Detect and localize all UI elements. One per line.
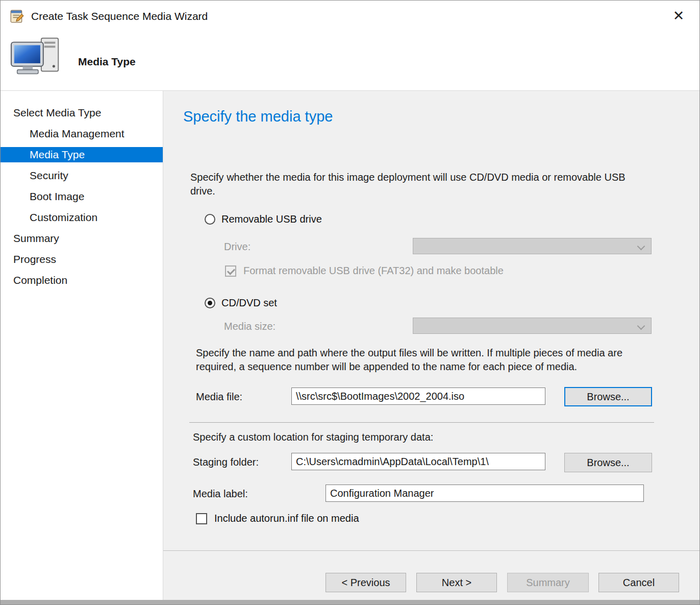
media-file-label: Media file: bbox=[196, 391, 242, 403]
wizard-app-icon bbox=[9, 9, 24, 24]
sidebar-item-boot-image[interactable]: Boot Image bbox=[1, 189, 163, 204]
staging-folder-input[interactable] bbox=[291, 453, 545, 470]
media-size-label: Media size: bbox=[224, 321, 276, 332]
media-size-select bbox=[413, 318, 652, 334]
sidebar-item-security[interactable]: Security bbox=[1, 168, 163, 183]
cancel-button[interactable]: Cancel bbox=[598, 573, 679, 592]
sidebar-item-media-type[interactable]: Media Type bbox=[1, 147, 163, 162]
media-file-input[interactable] bbox=[291, 388, 545, 405]
autorun-checkbox[interactable]: Include autorun.inf file on media bbox=[196, 513, 359, 524]
media-label-input[interactable] bbox=[326, 485, 644, 502]
checkbox-icon bbox=[225, 265, 236, 277]
sidebar-item-customization[interactable]: Customization bbox=[1, 210, 163, 225]
intro-text: Specify whether the media for this image… bbox=[190, 171, 646, 198]
sidebar-item-summary[interactable]: Summary bbox=[1, 231, 163, 246]
window-bottom-edge bbox=[1, 600, 699, 604]
content-heading: Specify the media type bbox=[183, 108, 333, 125]
chevron-down-icon bbox=[637, 243, 645, 251]
computer-icon bbox=[10, 35, 65, 86]
staging-location-text: Specify a custom location for staging te… bbox=[193, 430, 652, 444]
radio-icon bbox=[205, 298, 215, 308]
main-content: Specify the media type Specify whether t… bbox=[163, 91, 699, 604]
sidebar-item-select-media-type[interactable]: Select Media Type bbox=[1, 105, 163, 120]
cd-dvd-radio[interactable]: CD/DVD set bbox=[205, 297, 277, 309]
titlebar[interactable]: Create Task Sequence Media Wizard ✕ bbox=[1, 1, 699, 32]
output-path-text: Specify the name and path where the outp… bbox=[196, 346, 653, 374]
checkbox-icon bbox=[196, 513, 207, 524]
sidebar-item-completion[interactable]: Completion bbox=[1, 273, 163, 288]
media-file-browse-button[interactable]: Browse... bbox=[564, 387, 652, 406]
radio-icon bbox=[205, 214, 215, 225]
media-label-label: Media label: bbox=[193, 488, 248, 500]
section-divider bbox=[189, 422, 654, 423]
staging-folder-browse-button[interactable]: Browse... bbox=[564, 453, 652, 472]
sidebar-item-progress[interactable]: Progress bbox=[1, 252, 163, 267]
footer-divider bbox=[163, 550, 699, 551]
summary-button: Summary bbox=[507, 573, 589, 592]
wizard-window: Create Task Sequence Media Wizard ✕ bbox=[0, 0, 700, 605]
drive-select bbox=[413, 238, 652, 254]
close-icon[interactable]: ✕ bbox=[658, 1, 699, 31]
format-usb-checkbox: Format removable USB drive (FAT32) and m… bbox=[225, 265, 504, 277]
window-title: Create Task Sequence Media Wizard bbox=[31, 10, 208, 22]
staging-folder-label: Staging folder: bbox=[193, 456, 259, 468]
sidebar-item-media-management[interactable]: Media Management bbox=[1, 126, 163, 141]
usb-drive-radio[interactable]: Removable USB drive bbox=[205, 213, 322, 225]
autorun-checkbox-label: Include autorun.inf file on media bbox=[214, 513, 359, 524]
page-title: Media Type bbox=[78, 56, 136, 68]
chevron-down-icon bbox=[637, 322, 645, 330]
wizard-header: Media Type bbox=[1, 32, 699, 90]
format-usb-checkbox-label: Format removable USB drive (FAT32) and m… bbox=[243, 265, 504, 277]
wizard-nav: Select Media Type Media Management Media… bbox=[1, 91, 163, 604]
cd-dvd-radio-label: CD/DVD set bbox=[221, 297, 277, 309]
drive-label: Drive: bbox=[224, 241, 251, 253]
next-button[interactable]: Next > bbox=[416, 573, 497, 592]
usb-drive-radio-label: Removable USB drive bbox=[221, 213, 322, 225]
previous-button[interactable]: < Previous bbox=[326, 573, 406, 592]
